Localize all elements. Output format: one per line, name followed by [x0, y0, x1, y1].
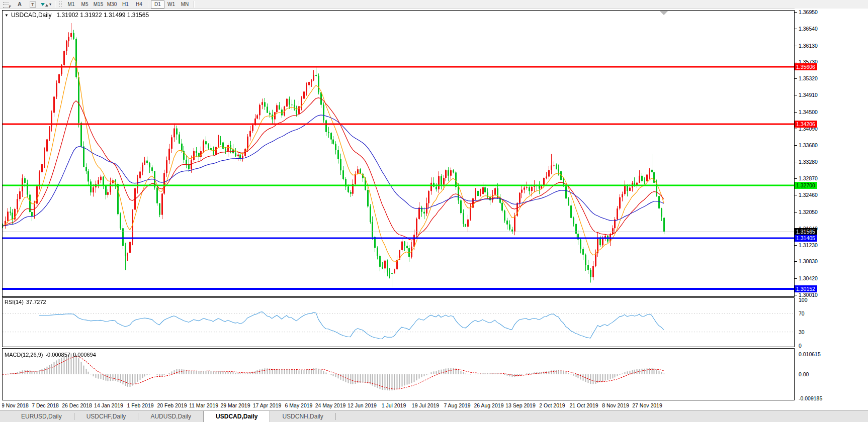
timeframe-button-m30[interactable]: M30	[105, 1, 119, 8]
date-axis-label: 2 Oct 2019	[539, 402, 565, 408]
date-axis-label: 29 Mar 2019	[221, 402, 250, 408]
rsi-value: 37.7272	[26, 299, 46, 305]
price-tick-mark	[795, 245, 797, 246]
macd-chart[interactable]	[3, 349, 794, 400]
chart-tabs-bar: EURUSD,DailyUSDCHF,DailyAUDUSD,DailyUSDC…	[0, 410, 868, 422]
price-tick-mark	[795, 195, 797, 195]
price-tick-mark	[795, 178, 797, 179]
timeframe-button-h1[interactable]: H1	[119, 1, 132, 8]
fibonacci-tool-button[interactable]: F	[0, 1, 13, 8]
price-tick-mark	[795, 95, 797, 95]
chart-shift-marker-icon[interactable]	[660, 11, 668, 15]
price-tick-mark	[795, 295, 797, 295]
price-level-tag: 1.31565	[795, 228, 817, 235]
timeframe-button-h4[interactable]: H4	[132, 1, 146, 8]
price-tick-label: 1.30830	[799, 258, 818, 264]
date-axis-label: 26 Aug 2019	[474, 402, 504, 408]
timeframe-button-mn[interactable]: MN	[178, 1, 192, 8]
text-label-icon: A	[18, 2, 22, 7]
date-axis-label: 19 Nov 2018	[2, 402, 29, 408]
price-tick-mark	[795, 12, 797, 13]
price-tick-label: 1.31230	[799, 242, 818, 248]
macd-indicator-panel[interactable]	[2, 348, 795, 400]
timeframe-button-m5[interactable]: M5	[78, 1, 92, 8]
rsi-indicator-panel[interactable]	[2, 297, 795, 347]
price-level-tag: 1.35606	[795, 63, 817, 70]
date-axis-label: 20 Feb 2019	[157, 402, 187, 408]
date-axis-label: 1 Jul 2019	[382, 402, 406, 408]
main-chart-panel[interactable]	[2, 10, 795, 297]
arrows-tool-button[interactable]: ▾	[39, 1, 53, 8]
date-axis-label: 6 May 2019	[285, 402, 313, 408]
timeframe-button-m15[interactable]: M15	[92, 1, 105, 8]
chart-tab-eurusd[interactable]: EURUSD,Daily	[9, 411, 74, 422]
date-axis-label: 13 Sep 2019	[505, 402, 536, 408]
price-tick-mark	[795, 145, 797, 146]
date-axis-label: 12 Jun 2019	[348, 402, 377, 408]
chevron-down-icon[interactable]: ▾	[49, 2, 51, 7]
price-tick-label: 1.32460	[799, 192, 818, 198]
chart-title: ▼USDCAD,Daily1.31902 1.31922 1.31499 1.3…	[5, 12, 149, 19]
date-axis[interactable]: 19 Nov 20187 Dec 201826 Dec 201814 Jan 2…	[2, 401, 795, 410]
toolbar-grip[interactable]	[59, 2, 63, 7]
macd-scale-label: 0.00	[799, 371, 809, 377]
rsi-scale-label: 70	[799, 310, 805, 316]
price-tick-label: 1.33280	[799, 159, 818, 165]
arrows-icon	[41, 3, 48, 7]
date-axis-label: 7 Aug 2019	[444, 402, 470, 408]
macd-scale-label: -0.009185	[799, 395, 822, 401]
text-tool-button[interactable]: T	[26, 1, 39, 8]
price-level-tag: 1.34206	[795, 121, 817, 128]
text-icon: T	[30, 2, 36, 8]
rsi-chart[interactable]	[3, 298, 794, 347]
date-axis-label: 21 Oct 2019	[569, 402, 598, 408]
chart-tab-usdchf[interactable]: USDCHF,Daily	[74, 411, 138, 422]
price-tick-label: 1.32870	[799, 175, 818, 181]
chart-symbol: USDCAD,Daily	[11, 12, 52, 19]
rsi-label: RSI(14)37.7272	[5, 299, 49, 305]
price-tick-mark	[795, 212, 797, 213]
fibonacci-icon: F	[3, 2, 10, 7]
date-axis-label: 26 Dec 2018	[62, 402, 92, 408]
text-label-tool-button[interactable]: A	[13, 1, 26, 8]
price-level-tag: 1.30152	[795, 285, 817, 292]
top-toolbar: F A T ▾ M1M5M15M30H1H4D1W1MN	[0, 0, 868, 9]
chart-tab-usdcad[interactable]: USDCAD,Daily	[203, 411, 270, 422]
candlestick-chart[interactable]	[3, 11, 794, 296]
price-level-tag: 1.31405	[795, 235, 817, 242]
macd-scale-label: 0.010615	[799, 351, 821, 357]
price-tick-mark	[795, 46, 797, 46]
price-tick-mark	[795, 78, 797, 79]
timeframe-button-d1[interactable]: D1	[151, 1, 164, 9]
macd-label: MACD(12,26,9)-0.0008570.000694	[5, 352, 99, 358]
chart-tab-usdcnh[interactable]: USDCNH,Daily	[270, 411, 335, 422]
date-axis-label: 8 Nov 2019	[602, 402, 629, 408]
price-tick-mark	[795, 62, 797, 62]
chevron-down-icon[interactable]: ▼	[5, 13, 9, 18]
date-axis-label: 24 May 2019	[315, 402, 346, 408]
price-tick-label: 1.36540	[799, 26, 818, 32]
price-tick-label: 1.36950	[799, 9, 818, 15]
price-tick-mark	[795, 261, 797, 262]
date-axis-label: 17 Apr 2019	[253, 402, 282, 408]
toolbar-separator	[194, 1, 195, 8]
date-axis-label: 27 Nov 2019	[632, 402, 662, 408]
price-tick-mark	[795, 29, 797, 29]
timeframe-button-w1[interactable]: W1	[164, 1, 178, 8]
price-level-tag: 1.32700	[795, 182, 817, 189]
price-tick-mark	[795, 112, 797, 113]
price-tick-label: 1.30420	[799, 275, 818, 281]
price-tick-label: 1.36130	[799, 43, 818, 49]
chart-ohlc-values: 1.31902 1.31922 1.31499 1.31565	[57, 12, 149, 19]
rsi-scale-label: 0	[799, 343, 802, 349]
timeframe-button-m1[interactable]: M1	[64, 1, 78, 8]
price-tick-label: 1.32050	[799, 209, 818, 215]
rsi-scale-label: 100	[799, 297, 808, 303]
price-scale[interactable]: 1.369501.365401.361301.357301.353201.349…	[795, 9, 868, 400]
price-tick-label: 1.34500	[799, 109, 818, 115]
date-axis-label: 11 Mar 2019	[189, 402, 218, 408]
toolbar-separator	[148, 1, 149, 8]
chart-tab-audusd[interactable]: AUDUSD,Daily	[138, 411, 203, 422]
price-tick-label: 1.33680	[799, 142, 818, 148]
macd-main-value: -0.000857	[45, 352, 70, 358]
